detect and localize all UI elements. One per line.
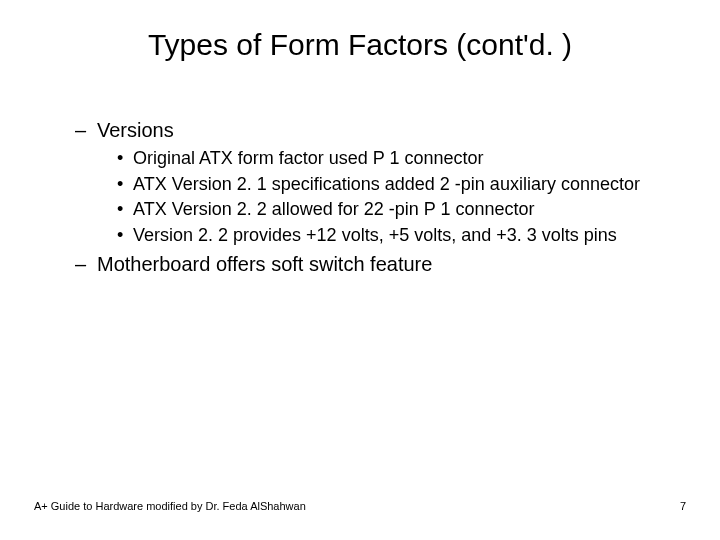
sub-list-item-text: Original ATX form factor used P 1 connec…: [133, 147, 670, 170]
list-item: – Motherboard offers soft switch feature: [75, 252, 670, 277]
dash-bullet: –: [75, 118, 97, 143]
sub-list-item-text: ATX Version 2. 1 specifications added 2 …: [133, 173, 670, 196]
footer-text: A+ Guide to Hardware modified by Dr. Fed…: [34, 500, 306, 512]
sub-list-item: • ATX Version 2. 2 allowed for 22 -pin P…: [117, 198, 670, 221]
dot-bullet: •: [117, 198, 133, 221]
slide-body: – Versions • Original ATX form factor us…: [75, 118, 670, 281]
dot-bullet: •: [117, 173, 133, 196]
sub-list-item-text: ATX Version 2. 2 allowed for 22 -pin P 1…: [133, 198, 670, 221]
dot-bullet: •: [117, 147, 133, 170]
page-number: 7: [680, 500, 686, 512]
slide-title: Types of Form Factors (cont'd. ): [0, 28, 720, 62]
sub-list: • Original ATX form factor used P 1 conn…: [117, 147, 670, 246]
dash-bullet: –: [75, 252, 97, 277]
sub-list-item: • ATX Version 2. 1 specifications added …: [117, 173, 670, 196]
dot-bullet: •: [117, 224, 133, 247]
sub-list-item: • Version 2. 2 provides +12 volts, +5 vo…: [117, 224, 670, 247]
sub-list-item-text: Version 2. 2 provides +12 volts, +5 volt…: [133, 224, 670, 247]
list-item-text: Motherboard offers soft switch feature: [97, 252, 670, 277]
sub-list-item: • Original ATX form factor used P 1 conn…: [117, 147, 670, 170]
list-item: – Versions: [75, 118, 670, 143]
slide: Types of Form Factors (cont'd. ) – Versi…: [0, 0, 720, 540]
list-item-text: Versions: [97, 118, 670, 143]
